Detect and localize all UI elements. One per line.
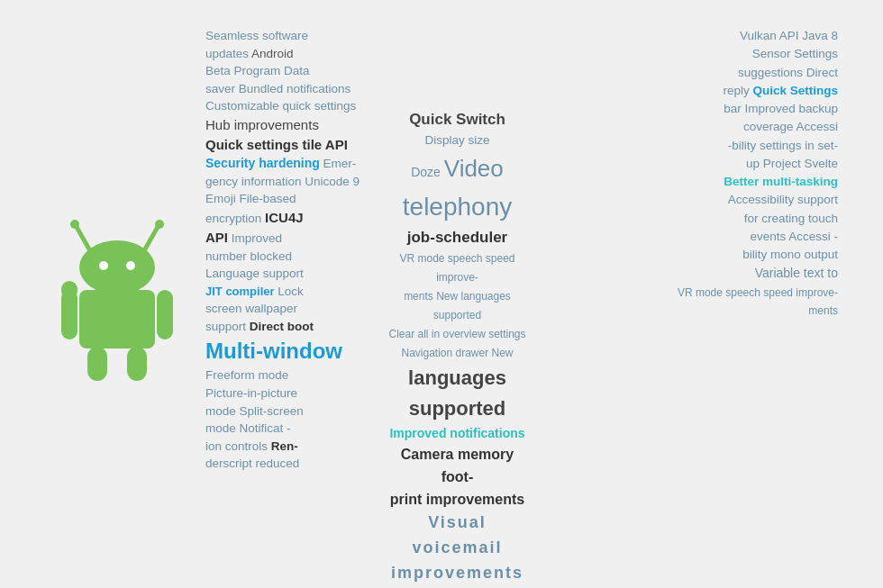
- text-api: API: [205, 230, 228, 245]
- text-coverage: coverage Accessi: [743, 120, 838, 133]
- text-accessibility: Accessibility support: [728, 193, 838, 206]
- text-multiwindow: Multi-window: [205, 339, 342, 363]
- text-emoji: Emoji File-based: [205, 192, 296, 205]
- text-scheduler: job-scheduler: [407, 229, 507, 246]
- text-vulkan: Vulkan API Java 8: [740, 29, 838, 42]
- svg-point-4: [79, 240, 155, 294]
- text-seamless: Seamless software: [205, 29, 308, 42]
- text-suggestions: suggestions Direct: [738, 66, 838, 79]
- middle-text-column: Quick Switch Display size Doze Video tel…: [383, 108, 532, 588]
- text-language: Language support: [205, 267, 304, 280]
- text-mode: mode Notificat -: [205, 421, 291, 435]
- svg-rect-7: [79, 290, 155, 348]
- android-mascot: [45, 204, 189, 384]
- right-text-column: Vulkan API Java 8 Sensor Settings sugges…: [649, 27, 838, 320]
- text-customizable: Customizable quick settings: [205, 99, 356, 113]
- text-beta: Beta Program Data: [205, 64, 310, 77]
- left-text-column: Seamless software updates Android Beta P…: [205, 27, 377, 473]
- text-clear: Clear all in overview settings: [388, 328, 525, 340]
- text-print: print improvements: [390, 492, 524, 507]
- text-telephony: telephony: [403, 193, 512, 221]
- text-encryption: encryption: [205, 212, 265, 225]
- text-bility: -bility settings in set-: [728, 139, 838, 152]
- text-nav: Navigation drawer New: [401, 347, 513, 359]
- text-mono: bility mono output: [742, 248, 838, 261]
- text-ments: ments: [808, 304, 838, 317]
- text-security: Security hardening: [205, 156, 320, 170]
- text-vr-mode: VR mode speech speed improve-: [399, 252, 514, 284]
- text-display: Display size: [424, 133, 489, 147]
- text-better: Better multi-tasking: [724, 175, 838, 188]
- svg-point-2: [70, 220, 79, 229]
- text-languages: languages supported: [408, 366, 506, 420]
- text-variable: Variable text to: [755, 266, 838, 280]
- text-quick-switch: Quick Switch: [409, 111, 505, 128]
- text-new-lang: ments New languages supported: [404, 290, 511, 321]
- main-container: Seamless software updates Android Beta P…: [0, 0, 883, 588]
- text-saver: saver Bundled notifications: [205, 82, 350, 95]
- text-for-creating: for creating touch: [744, 212, 838, 225]
- svg-rect-9: [157, 290, 173, 339]
- text-jit: JIT compiler: [205, 285, 275, 298]
- text-vr2: VR mode speech speed improve-: [678, 286, 838, 299]
- text-camera: Camera memory foot-: [401, 447, 514, 484]
- svg-point-5: [99, 261, 108, 270]
- svg-rect-12: [61, 281, 77, 299]
- text-emergency: gency information Unicode 9: [205, 175, 360, 188]
- svg-rect-10: [87, 347, 107, 381]
- text-render: derscript reduced: [205, 457, 299, 470]
- text-improvements: improvements: [391, 564, 523, 582]
- text-split: mode Split-screen: [205, 404, 304, 418]
- text-improved-notif: Improved notifications: [389, 426, 524, 440]
- text-support: support: [205, 320, 250, 333]
- text-doze: Doze: [411, 165, 444, 179]
- text-quick-tile: Quick settings tile API: [205, 137, 348, 152]
- text-notification: ion controls: [205, 439, 271, 453]
- text-sensor: Sensor Settings: [752, 47, 838, 60]
- text-hub: Hub improvements: [205, 117, 319, 132]
- text-screen: screen wallpaper: [205, 302, 297, 315]
- svg-rect-11: [127, 347, 147, 381]
- text-freeform: Freeform mode: [205, 368, 288, 382]
- text-up: up Project Svelte: [746, 157, 838, 170]
- text-pip: Picture-in-picture: [205, 386, 297, 400]
- text-events: events Accessi -: [750, 230, 838, 243]
- svg-point-6: [126, 261, 135, 270]
- text-reply: reply: [723, 84, 752, 97]
- text-number: number blocked: [205, 249, 292, 263]
- text-updates: updates: [205, 47, 251, 60]
- text-bar: bar Improved backup: [724, 102, 838, 115]
- svg-point-3: [155, 220, 164, 229]
- text-visual: Visual voicemail: [412, 513, 502, 556]
